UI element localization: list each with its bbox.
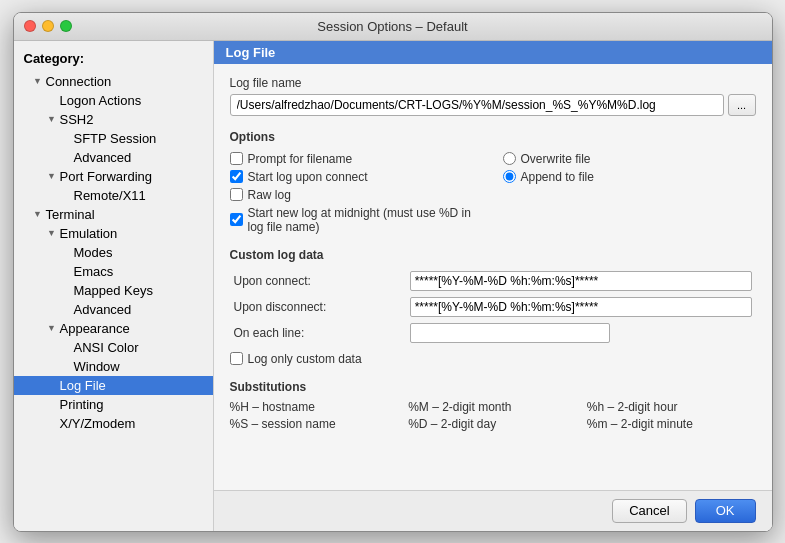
minimize-button[interactable]	[42, 20, 54, 32]
start-new-log-label: Start new log at midnight (must use %D i…	[248, 206, 483, 234]
sidebar-header: Category:	[14, 47, 213, 72]
sub-hostname: %H – hostname	[230, 400, 399, 414]
log-only-custom-label: Log only custom data	[248, 352, 362, 366]
maximize-button[interactable]	[60, 20, 72, 32]
toggle-connection: ▼	[32, 75, 44, 87]
upon-disconnect-label: Upon disconnect:	[230, 294, 406, 320]
toggle-appearance: ▼	[46, 322, 58, 334]
sidebar-item-logon-actions[interactable]: Logon Actions	[14, 91, 213, 110]
start-log-label: Start log upon connect	[248, 170, 368, 184]
substitutions-group: Substitutions %H – hostname %M – 2-digit…	[230, 380, 756, 431]
sidebar-item-advanced-ssh2[interactable]: Advanced	[14, 148, 213, 167]
append-radio[interactable]	[503, 170, 516, 183]
sub-hour: %h – 2-digit hour	[587, 400, 756, 414]
on-each-line-label: On each line:	[230, 320, 406, 346]
sub-month: %M – 2-digit month	[408, 400, 577, 414]
ok-button[interactable]: OK	[695, 499, 756, 523]
on-each-line-input[interactable]	[410, 323, 610, 343]
sidebar-item-advanced-terminal[interactable]: Advanced	[14, 300, 213, 319]
upon-connect-cell	[406, 268, 756, 294]
sidebar-item-remote-x11[interactable]: Remote/X11	[14, 186, 213, 205]
log-file-path-input[interactable]	[230, 94, 724, 116]
on-each-line-row: On each line:	[230, 320, 756, 346]
sidebar-item-port-forwarding[interactable]: ▼ Port Forwarding	[14, 167, 213, 186]
sidebar-item-connection[interactable]: ▼ Connection	[14, 72, 213, 91]
main-panel: Log File Log file name ... Options	[214, 41, 772, 531]
session-options-window: Session Options – Default Category: ▼ Co…	[13, 12, 773, 532]
on-each-line-cell	[406, 320, 756, 346]
upon-disconnect-input[interactable]	[410, 297, 752, 317]
sidebar-item-window[interactable]: Window	[14, 357, 213, 376]
raw-log-label: Raw log	[248, 188, 291, 202]
upon-connect-input[interactable]	[410, 271, 752, 291]
upon-disconnect-cell	[406, 294, 756, 320]
toggle-ansi-color	[60, 341, 72, 353]
sidebar-item-ssh2[interactable]: ▼ SSH2	[14, 110, 213, 129]
upon-connect-label: Upon connect:	[230, 268, 406, 294]
toggle-remote-x11	[60, 189, 72, 201]
custom-log-label: Custom log data	[230, 248, 756, 262]
filepath-row: ...	[230, 94, 756, 116]
substitutions-label: Substitutions	[230, 380, 756, 394]
checkbox-start-new-log: Start new log at midnight (must use %D i…	[230, 206, 483, 234]
custom-log-table: Upon connect: Upon disconnect:	[230, 268, 756, 346]
sub-session: %S – session name	[230, 417, 399, 431]
upon-connect-row: Upon connect:	[230, 268, 756, 294]
radio-overwrite: Overwrite file	[503, 152, 756, 166]
radio-append: Append to file	[503, 170, 756, 184]
checkbox-start-log: Start log upon connect	[230, 170, 483, 184]
options-label: Options	[230, 130, 756, 144]
toggle-window	[60, 360, 72, 372]
sidebar-item-log-file[interactable]: Log File	[14, 376, 213, 395]
browse-button[interactable]: ...	[728, 94, 756, 116]
cancel-button[interactable]: Cancel	[612, 499, 686, 523]
toggle-logon-actions	[46, 94, 58, 106]
toggle-mapped-keys	[60, 284, 72, 296]
toggle-printing	[46, 398, 58, 410]
upon-disconnect-row: Upon disconnect:	[230, 294, 756, 320]
sidebar-item-emulation[interactable]: ▼ Emulation	[14, 224, 213, 243]
sub-day: %D – 2-digit day	[408, 417, 577, 431]
start-new-log-checkbox[interactable]	[230, 213, 243, 226]
sidebar-item-appearance[interactable]: ▼ Appearance	[14, 319, 213, 338]
footer: Cancel OK	[214, 490, 772, 531]
toggle-advanced-terminal	[60, 303, 72, 315]
checkbox-prompt-filename: Prompt for filename	[230, 152, 483, 166]
sidebar-item-ansi-color[interactable]: ANSI Color	[14, 338, 213, 357]
checkbox-raw-log: Raw log	[230, 188, 483, 202]
options-grid: Prompt for filename Start log upon conne…	[230, 152, 756, 234]
custom-log-group: Custom log data Upon connect: Upon disco…	[230, 248, 756, 366]
raw-log-checkbox[interactable]	[230, 188, 243, 201]
toggle-modes	[60, 246, 72, 258]
toggle-emacs	[60, 265, 72, 277]
main-content-area: Category: ▼ Connection Logon Actions ▼ S…	[14, 41, 772, 531]
sidebar-item-printing[interactable]: Printing	[14, 395, 213, 414]
toggle-port-forwarding: ▼	[46, 170, 58, 182]
options-group: Options Prompt for filename Start log up…	[230, 130, 756, 234]
prompt-filename-label: Prompt for filename	[248, 152, 353, 166]
titlebar: Session Options – Default	[14, 13, 772, 41]
checkbox-col-1: Prompt for filename Start log upon conne…	[230, 152, 483, 234]
toggle-ssh2: ▼	[46, 113, 58, 125]
sidebar-item-sftp-session[interactable]: SFTP Session	[14, 129, 213, 148]
sidebar-item-emacs[interactable]: Emacs	[14, 262, 213, 281]
substitutions-grid: %H – hostname %M – 2-digit month %h – 2-…	[230, 400, 756, 431]
radio-col-2: Overwrite file Append to file	[503, 152, 756, 234]
log-file-name-group: Log file name ...	[230, 76, 756, 116]
traffic-lights	[24, 20, 72, 32]
overwrite-radio[interactable]	[503, 152, 516, 165]
window-title: Session Options – Default	[317, 19, 467, 34]
append-label: Append to file	[521, 170, 594, 184]
sidebar-item-xyzmodem[interactable]: X/Y/Zmodem	[14, 414, 213, 433]
toggle-terminal: ▼	[32, 208, 44, 220]
sidebar-item-mapped-keys[interactable]: Mapped Keys	[14, 281, 213, 300]
category-sidebar: Category: ▼ Connection Logon Actions ▼ S…	[14, 41, 214, 531]
close-button[interactable]	[24, 20, 36, 32]
sidebar-item-modes[interactable]: Modes	[14, 243, 213, 262]
prompt-filename-checkbox[interactable]	[230, 152, 243, 165]
start-log-checkbox[interactable]	[230, 170, 243, 183]
sidebar-item-terminal[interactable]: ▼ Terminal	[14, 205, 213, 224]
toggle-sftp	[60, 132, 72, 144]
toggle-log-file	[46, 379, 58, 391]
log-only-custom-checkbox[interactable]	[230, 352, 243, 365]
